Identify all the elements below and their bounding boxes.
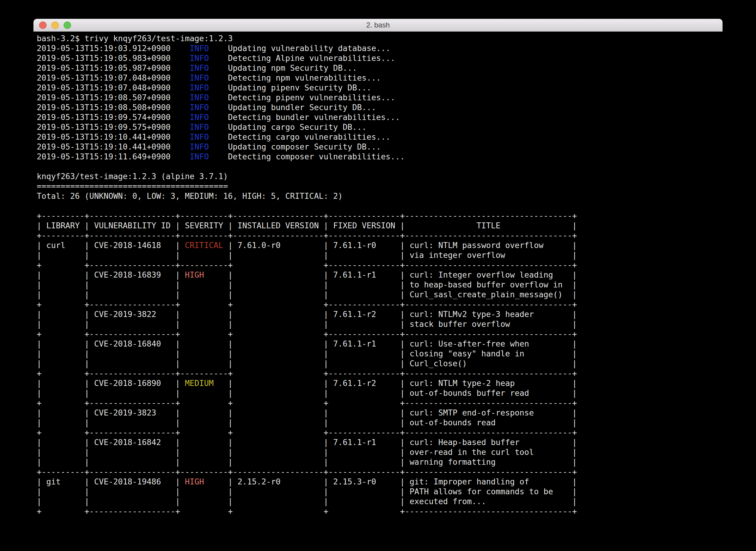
report-underline: ======================================== [37, 181, 723, 191]
table-row-border: + +------------------+ + + +------------… [37, 506, 723, 516]
log-line: 2019-05-13T15:19:07.048+0900 INFO Detect… [37, 73, 723, 83]
table-row-border: + +------------------+----------+ +-----… [37, 260, 723, 270]
table-row-line: | | | | | | stack buffer overflow | [37, 319, 723, 329]
table-row-line: | | | | | | executed from... | [37, 496, 723, 506]
table-row-line: | | CVE-2018-16839 | HIGH | | 7.61.1-r1 … [37, 270, 723, 280]
table-row-line: | | | | | | Curl_sasl_create_plain_messa… [37, 290, 723, 300]
log-line: 2019-05-13T15:19:03.912+0900 INFO Updati… [37, 43, 723, 53]
log-line: 2019-05-13T15:19:07.048+0900 INFO Updati… [37, 83, 723, 92]
table-row-border: + +------------------+----------+ +-----… [37, 368, 723, 378]
table-row-border: + +------------------+ + + +------------… [37, 398, 723, 408]
table-row-line: | | | | | | to heap-based buffer overflo… [37, 280, 723, 290]
terminal-window: 2. bash bash-3.2$ trivy knqyf263/test-im… [33, 19, 723, 543]
blank-line [37, 161, 723, 171]
table-row-line: | | CVE-2018-16890 | MEDIUM | | 7.61.1-r… [37, 378, 723, 388]
table-row-line: | | CVE-2018-16840 | | | 7.61.1-r1 | cur… [37, 339, 723, 349]
table-row-border: + +------------------+ + +--------------… [37, 300, 723, 309]
table-row-line: | curl | CVE-2018-14618 | CRITICAL | 7.6… [37, 240, 723, 250]
table-row-line: | | | | | | out-of-bounds read | [37, 418, 723, 428]
table-row-border: + +------------------+ + +--------------… [37, 428, 723, 437]
prompt-line: bash-3.2$ trivy knqyf263/test-image:1.2.… [37, 33, 723, 43]
report-target-line: knqyf263/test-image:1.2.3 (alpine 3.7.1) [37, 171, 723, 181]
log-line: 2019-05-13T15:19:08.508+0900 INFO Updati… [37, 102, 723, 112]
table-row-line: | | | | | | closing "easy" handle in | [37, 349, 723, 359]
table-row-line: | | CVE-2019-3822 | | | 7.61.1-r2 | curl… [37, 309, 723, 319]
window-title: 2. bash [33, 19, 723, 31]
log-line: 2019-05-13T15:19:09.574+0900 INFO Detect… [37, 112, 723, 122]
table-row-line: | | CVE-2019-3823 | | | | curl: SMTP end… [37, 408, 723, 418]
log-line: 2019-05-13T15:19:09.575+0900 INFO Updati… [37, 122, 723, 132]
log-line: 2019-05-13T15:19:05.983+0900 INFO Detect… [37, 53, 723, 63]
table-header-row: | LIBRARY | VULNERABILITY ID | SEVERITY … [37, 220, 723, 230]
table-row-line: | | | | | | via integer overflow | [37, 250, 723, 260]
log-line: 2019-05-13T15:19:08.507+0900 INFO Detect… [37, 92, 723, 102]
table-row-line: | | | | | | out-of-bounds buffer read | [37, 388, 723, 398]
blank-line [37, 201, 723, 211]
table-row-line: | | | | | | warning formatting | [37, 457, 723, 467]
table-top-border: +---------+------------------+----------… [37, 211, 723, 220]
table-row-border: +---------+------------------+----------… [37, 467, 723, 477]
log-line: 2019-05-13T15:19:10.441+0900 INFO Detect… [37, 132, 723, 142]
title-bar: 2. bash [33, 19, 723, 32]
report-summary-line: Total: 26 (UNKNOWN: 0, LOW: 3, MEDIUM: 1… [37, 191, 723, 201]
log-line: 2019-05-13T15:19:10.441+0900 INFO Updati… [37, 142, 723, 152]
table-row-line: | | | | | | over-read in the curl tool | [37, 447, 723, 457]
table-row-line: | git | CVE-2018-19486 | HIGH | 2.15.2-r… [37, 477, 723, 487]
terminal-output[interactable]: bash-3.2$ trivy knqyf263/test-image:1.2.… [33, 32, 723, 543]
log-line: 2019-05-13T15:19:11.649+0900 INFO Detect… [37, 152, 723, 161]
table-row-border: + +------------------+ + +--------------… [37, 329, 723, 339]
table-header-border: +---------+------------------+----------… [37, 230, 723, 240]
table-row-line: | | | | | | Curl_close() | [37, 359, 723, 368]
table-row-line: | | CVE-2018-16842 | | | 7.61.1-r1 | cur… [37, 437, 723, 447]
table-row-line: | | | | | | PATH allows for commands to … [37, 487, 723, 496]
log-line: 2019-05-13T15:19:05.987+0900 INFO Updati… [37, 63, 723, 73]
